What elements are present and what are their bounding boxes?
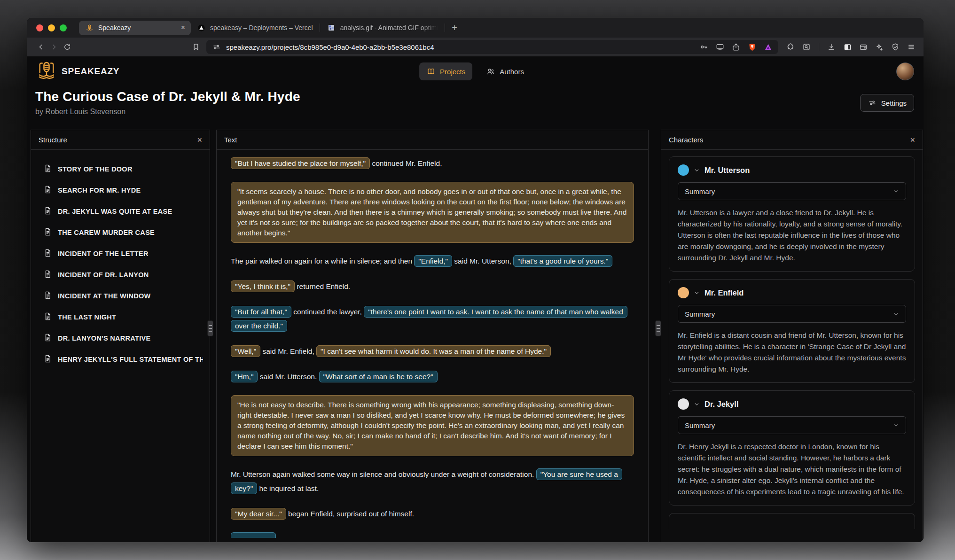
character-color-avatar[interactable] — [678, 287, 689, 298]
nav-label: Projects — [440, 68, 465, 76]
key-icon[interactable] — [699, 42, 709, 52]
speakeazy-favicon-icon — [85, 23, 94, 32]
quote-highlight-utterson[interactable]: "Enfield," — [414, 255, 452, 267]
close-icon[interactable]: × — [197, 136, 202, 144]
character-view-select[interactable]: Summary — [678, 305, 906, 323]
tab-title: Speakeazy — [98, 24, 177, 31]
search-panel-icon[interactable] — [802, 42, 811, 52]
tab-close-icon[interactable]: × — [181, 24, 185, 31]
document-icon — [43, 227, 52, 238]
structure-item-label: DR. JEKYLL WAS QUITE AT EASE — [58, 208, 172, 215]
forward-icon[interactable] — [47, 40, 61, 54]
chevron-down-icon[interactable] — [694, 401, 700, 407]
users-icon — [486, 67, 495, 76]
settings-button[interactable]: Settings — [860, 94, 914, 112]
window-controls — [36, 24, 67, 31]
vpn-shield-icon[interactable] — [891, 42, 900, 52]
quote-highlight-utterson[interactable]: "What sort of a man is he to see?" — [319, 371, 438, 382]
sparkles-icon[interactable] — [875, 42, 884, 52]
quote-highlight-utterson[interactable]: "that's a good rule of yours." — [513, 255, 612, 267]
quote-highlight-utterson[interactable]: "But for all that," — [231, 306, 291, 318]
document-icon — [43, 333, 52, 343]
quote-highlight-enfield[interactable]: "But I have studied the place for myself… — [231, 157, 370, 169]
quote-highlight-enfield[interactable]: "I can't see what harm it would do. It w… — [316, 345, 551, 357]
download-icon[interactable] — [827, 42, 836, 52]
quote-highlight-enfield[interactable]: "He is not easy to describe. There is so… — [231, 395, 634, 456]
structure-item[interactable]: DR. LANYON'S NARRATIVE — [38, 327, 203, 349]
tab-vercel-deployments[interactable]: speakeasy – Deployments – Vercel — [191, 21, 319, 35]
nav-authors[interactable]: Authors — [479, 62, 531, 80]
tab-speakeazy[interactable]: Speakeazy × — [79, 21, 191, 35]
close-icon[interactable]: × — [910, 136, 915, 144]
character-view-select[interactable]: Summary — [678, 416, 906, 434]
narration-text: began Enfield, surprised out of himself. — [286, 510, 414, 518]
sidebar-icon[interactable] — [843, 42, 852, 52]
menu-icon[interactable] — [907, 42, 916, 52]
url-field[interactable]: speakeazy.pro/projects/8cb985e0-d9a0-4eb… — [206, 40, 778, 54]
new-tab-button[interactable]: + — [452, 23, 457, 33]
panel-resize-handle[interactable] — [655, 320, 661, 336]
quote-highlight-enfield[interactable]: "Yes, I think it is," — [231, 280, 295, 292]
document-icon — [43, 249, 52, 259]
nav-projects[interactable]: Projects — [419, 62, 472, 80]
quote-highlight-enfield[interactable]: "Well," — [231, 345, 260, 357]
brave-rewards-icon[interactable] — [763, 42, 773, 52]
text-panel: Text "But I have studied the place for m… — [216, 130, 649, 542]
extensions-icon[interactable] — [786, 42, 795, 52]
speakeazy-logo-icon — [36, 60, 57, 83]
share-icon[interactable] — [731, 42, 741, 52]
brave-shield-icon[interactable] — [747, 42, 757, 52]
character-card: Dr. JekyllSummaryDr. Henry Jekyll is a r… — [669, 390, 915, 506]
page-title: The Curious Case of Dr. Jekyll & Mr. Hyd… — [35, 89, 300, 104]
tab-analysis-gif[interactable]: analysis.gif - Animated GIF optimi — [321, 21, 444, 35]
structure-item[interactable]: THE CAREW MURDER CASE — [38, 222, 203, 243]
chevron-down-icon — [893, 422, 899, 428]
tune-icon[interactable] — [212, 42, 221, 52]
brand-name: SPEAKEAZY — [62, 66, 119, 77]
close-window-button[interactable] — [36, 24, 43, 31]
character-view-select[interactable]: Summary — [678, 182, 906, 200]
chevron-down-icon[interactable] — [694, 167, 700, 173]
structure-item[interactable]: INCIDENT OF DR. LANYON — [38, 264, 203, 285]
character-name: Dr. Jekyll — [705, 400, 738, 409]
structure-item[interactable]: HENRY JEKYLL'S FULL STATEMENT OF TH... — [38, 349, 203, 370]
text-paragraph: "Well," said Mr. Enfield, "I can't see w… — [231, 344, 634, 358]
character-name: Mr. Enfield — [705, 288, 744, 297]
structure-item-label: THE CAREW MURDER CASE — [58, 229, 155, 236]
device-icon[interactable] — [715, 42, 725, 52]
structure-item[interactable]: DR. JEKYLL WAS QUITE AT EASE — [38, 201, 203, 222]
document-icon — [43, 185, 52, 195]
structure-item[interactable]: STORY OF THE DOOR — [38, 158, 203, 179]
character-card: Mr. EnfieldSummaryMr. Enfield is a dista… — [669, 279, 915, 383]
zoom-window-button[interactable] — [60, 24, 67, 31]
quote-highlight-utterson[interactable] — [231, 532, 276, 538]
reload-icon[interactable] — [61, 40, 74, 54]
main-nav: Projects Authors — [419, 62, 531, 80]
quote-highlight-enfield[interactable]: "My dear sir..." — [231, 508, 286, 520]
toolbar-divider — [819, 43, 819, 51]
structure-item[interactable]: INCIDENT OF THE LETTER — [38, 243, 203, 264]
structure-item[interactable]: THE LAST NIGHT — [38, 306, 203, 327]
text-paragraph: The pair walked on again for a while in … — [231, 254, 634, 268]
selected-view-label: Summary — [685, 187, 715, 195]
url-text: speakeazy.pro/projects/8cb985e0-d9a0-4eb… — [226, 43, 695, 51]
quote-highlight-enfield[interactable]: "It seems scarcely a house. There is no … — [231, 182, 634, 243]
minimize-window-button[interactable] — [48, 24, 55, 31]
narration-text: said Mr. Utterson, — [452, 257, 513, 265]
structure-item[interactable]: SEARCH FOR MR. HYDE — [38, 179, 203, 201]
character-color-avatar[interactable] — [678, 164, 689, 176]
document-icon — [43, 354, 52, 365]
chevron-down-icon[interactable] — [694, 290, 700, 296]
text-paragraph: "He is not easy to describe. There is so… — [231, 395, 634, 456]
user-avatar[interactable] — [896, 62, 914, 80]
back-icon[interactable] — [34, 40, 47, 54]
panel-resize-handle[interactable] — [207, 320, 213, 336]
tab-title: speakeasy – Deployments – Vercel — [210, 24, 313, 31]
bookmark-icon[interactable] — [191, 42, 201, 52]
character-color-avatar[interactable] — [678, 398, 689, 410]
wallet-icon[interactable] — [859, 42, 868, 52]
quote-highlight-utterson[interactable]: "Hm," — [231, 371, 258, 382]
structure-item[interactable]: INCIDENT AT THE WINDOW — [38, 285, 203, 306]
text-paragraph — [231, 532, 634, 542]
brand[interactable]: SPEAKEAZY — [36, 60, 119, 83]
